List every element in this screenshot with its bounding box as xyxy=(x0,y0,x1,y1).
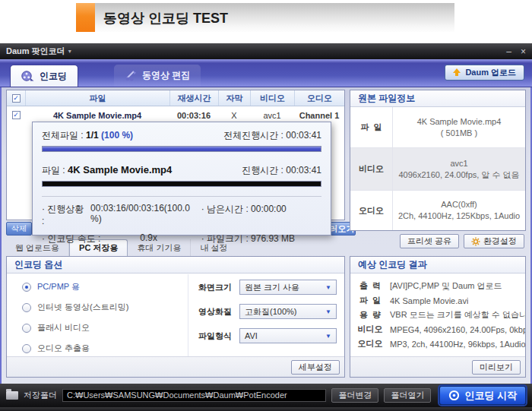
column-video[interactable]: 비디오 xyxy=(250,90,294,106)
result-row-file: 파 일 4K Sample Movie.avi xyxy=(350,293,525,308)
encoding-options-title: 인코딩 옵션 xyxy=(7,257,344,273)
chevron-down-icon: ▼ xyxy=(325,333,331,340)
gear-icon xyxy=(471,237,480,246)
result-row-audio: 오디오 MP3, 2ch, 44100Hz, 96kbps, 1Audio xyxy=(350,337,525,351)
delete-button[interactable]: 삭제 xyxy=(6,222,32,236)
start-encoding-button[interactable]: 인코딩 시작 xyxy=(439,386,526,405)
minimize-button[interactable]: – xyxy=(506,47,511,56)
speed-size-row: · 인코딩 속도 : 0.9x · 파일크기 : 976.93 MB xyxy=(42,232,321,245)
window-title-group[interactable]: Daum 팟인코더 ▾ xyxy=(6,46,71,57)
screen-size-label: 화면크기 xyxy=(198,282,232,293)
column-subtitle[interactable]: 자막 xyxy=(218,90,250,106)
tab-video-edit[interactable]: 동영상 편집 xyxy=(114,65,201,87)
preset-share-button[interactable]: 프리셋 공유 xyxy=(400,234,459,248)
radio-icon xyxy=(22,303,31,312)
total-progress-fill xyxy=(43,147,321,151)
radio-pc-pmp[interactable]: PC/PMP 용 xyxy=(22,281,80,292)
file-progress-fill xyxy=(43,182,321,186)
info-row-audio: 오디오 AAC(0xff) 2Ch, 44100Hz, 125Kbps, 1Au… xyxy=(350,191,525,230)
progress-status-row: · 진행상황 : 00:03:16/00:03:16(100.0 %) · 남은… xyxy=(42,203,321,226)
column-file[interactable]: 파일 xyxy=(25,90,169,106)
window-titlebar: Daum 팟인코더 ▾ – × xyxy=(0,43,532,59)
result-footer: 미리보기 xyxy=(350,356,525,377)
radio-icon xyxy=(22,324,31,333)
result-row-size: 용 량 VBR 모드는 크기를 예상할 수 없습니다. xyxy=(350,308,525,322)
screen-size-select[interactable]: 원본 크기 사용 ▼ xyxy=(239,280,337,295)
column-audio[interactable]: 오디오 xyxy=(294,90,344,106)
info-row-video: 비디오 avc1 4096x2160, 24.00fps, 알 수 없음 xyxy=(350,148,525,191)
chevron-down-icon: ▼ xyxy=(325,308,331,315)
chevron-down-icon: ▼ xyxy=(325,284,331,291)
info-label-audio: 오디오 xyxy=(350,191,393,230)
result-row-video: 비디오 MPEG4, 4096x2160, 24.00Fps, 0kbps xyxy=(350,322,525,337)
content-area: ✓ 파일 재생시간 자막 비디오 오디오 ✓ 4K Sample Movie.m… xyxy=(2,87,530,384)
window-frame: 인코딩 동영상 편집 Daum 업로드 ✓ 파일 xyxy=(0,59,532,411)
result-row-output: 출 력 [AVI]PC,PMP 및 Daum 업로드 xyxy=(350,279,525,293)
save-folder-path-input[interactable]: C:₩Users₩SAMSUNG₩Documents₩Daum₩PotEncod… xyxy=(62,389,326,402)
output-file-size: · 파일크기 : 976.93 MB xyxy=(201,232,295,245)
file-row-checkbox[interactable]: ✓ xyxy=(12,111,21,119)
info-value-video: avc1 4096x2160, 24.00fps, 알 수 없음 xyxy=(393,148,525,190)
change-folder-button[interactable]: 폴더변경 xyxy=(331,388,378,403)
tab-encoding-label: 인코딩 xyxy=(40,70,67,83)
expected-result-title: 예상 인코딩 결과 xyxy=(350,257,525,273)
preview-button[interactable]: 미리보기 xyxy=(472,360,521,375)
video-quality-label: 영상화질 xyxy=(198,306,232,318)
info-label-video: 비디오 xyxy=(350,148,393,190)
speed-value: 0.9x xyxy=(140,232,157,245)
file-format-select[interactable]: AVI ▼ xyxy=(239,328,337,343)
check-icon: ✓ xyxy=(13,95,19,102)
file-list-header: ✓ 파일 재생시간 자막 비디오 오디오 xyxy=(7,90,344,106)
save-folder-label: 저장폴더 xyxy=(24,390,57,401)
film-reel-icon xyxy=(21,71,34,82)
potencoder-window: Daum 팟인코더 ▾ – × 인코딩 동영상 편집 xyxy=(0,43,532,411)
select-all-checkbox[interactable]: ✓ xyxy=(12,94,21,103)
settings-button[interactable]: 환경설정 xyxy=(464,234,524,248)
file-progress-bar xyxy=(42,181,321,187)
radio-icon xyxy=(22,344,31,353)
tab-encoding[interactable]: 인코딩 xyxy=(10,65,78,87)
remaining-time: · 남은시간 : 00:00:00 xyxy=(201,203,287,226)
file-format-label: 파일형식 xyxy=(198,330,232,342)
screen-size-row: 화면크기 원본 크기 사용 ▼ xyxy=(198,280,337,295)
video-edit-icon xyxy=(125,70,137,81)
banner-accent-block xyxy=(76,3,95,32)
window-bottom-edge xyxy=(0,407,532,411)
expected-result-panel: 예상 인코딩 결과 출 력 [AVI]PC,PMP 및 Daum 업로드 파 일… xyxy=(350,256,526,378)
file-format-row: 파일형식 AVI ▼ xyxy=(198,328,337,343)
radio-internet-streaming[interactable]: 인터넷 동영상(스트리밍) xyxy=(22,302,128,313)
window-menu-arrow-icon[interactable]: ▾ xyxy=(68,48,71,55)
info-label-file: 파 일 xyxy=(350,107,393,147)
daum-upload-button[interactable]: Daum 업로드 xyxy=(445,65,524,81)
total-files: 전체파일 : 1/1 (100 %) xyxy=(42,129,133,142)
options-footer: 세부설정 xyxy=(7,356,344,377)
source-info-panel: 원본 파일정보 파 일 4K Sample Movie.mp4 ( 501MB … xyxy=(350,90,526,231)
info-row-file: 파 일 4K Sample Movie.mp4 ( 501MB ) xyxy=(350,107,525,148)
status-value: 00:03:16/00:03:16(100.0 %) xyxy=(90,203,201,226)
bottom-bar: 저장폴더 C:₩Users₩SAMSUNG₩Documents₩Daum₩Pot… xyxy=(0,384,532,407)
current-file: 파일 : 4K Sample Movie.mp4 xyxy=(42,164,172,177)
dialog-divider xyxy=(42,196,321,197)
close-button[interactable]: × xyxy=(521,47,526,56)
expected-result-body: 출 력 [AVI]PC,PMP 및 Daum 업로드 파 일 4K Sample… xyxy=(350,274,525,356)
encoder-logo-icon xyxy=(448,390,460,401)
radio-icon xyxy=(22,283,31,292)
video-quality-row: 영상화질 고화질(100%) ▼ xyxy=(198,304,337,319)
tab-video-edit-label: 동영상 편집 xyxy=(142,69,190,82)
main-tabstrip: 인코딩 동영상 편집 Daum 업로드 xyxy=(0,59,532,87)
encoding-options-body: PC/PMP 용 인터넷 동영상(스트리밍) 플래시 비디오 오디오 xyxy=(7,274,344,356)
open-folder-button[interactable]: 폴더열기 xyxy=(384,388,431,403)
daum-upload-label: Daum 업로드 xyxy=(465,67,516,78)
radio-audio-extract[interactable]: 오디오 추출용 xyxy=(22,343,90,354)
page-title: 동영상 인코딩 TEST xyxy=(103,9,228,27)
radio-flash-video[interactable]: 플래시 비디오 xyxy=(22,322,90,334)
window-title: Daum 팟인코더 xyxy=(6,46,65,57)
video-quality-select[interactable]: 고화질(100%) ▼ xyxy=(239,304,337,319)
options-divider xyxy=(188,274,188,356)
screenshot-root: 동영상 인코딩 TEST Daum 팟인코더 ▾ – × 인코딩 xyxy=(0,0,532,411)
encoding-progress-dialog: 전체파일 : 1/1 (100 %) 전체진행시간 : 00:03:41 파일 … xyxy=(32,122,331,236)
side-buttons: 프리셋 공유 환경설정 xyxy=(400,234,524,248)
column-duration[interactable]: 재생시간 xyxy=(169,90,218,106)
total-progress-bar xyxy=(42,146,321,152)
detail-settings-button[interactable]: 세부설정 xyxy=(291,360,340,375)
